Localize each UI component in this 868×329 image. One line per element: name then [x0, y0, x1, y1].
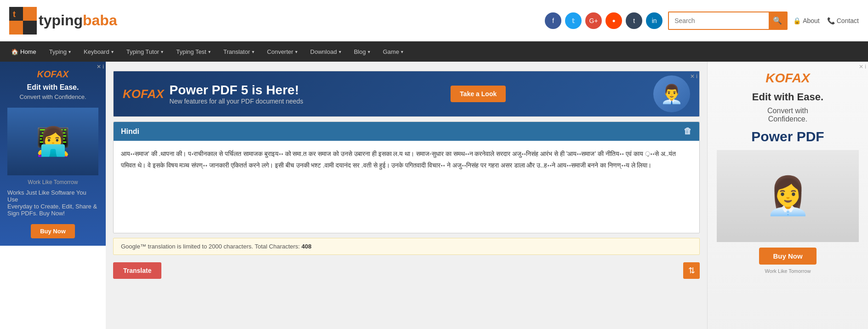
tumblr-icon[interactable]: t	[626, 12, 642, 29]
chevron-down-icon: ▾	[252, 49, 254, 54]
banner-ad: ✕ i KOFAX Power PDF 5 is Here! New featu…	[113, 71, 700, 117]
translator-language-label: Hindi	[121, 127, 139, 136]
chevron-down-icon: ▾	[295, 49, 297, 54]
svg-rect-3	[23, 21, 37, 35]
banner-cta-button[interactable]: Take a Look	[451, 86, 506, 102]
banner-person-image: 👨‍💼	[653, 75, 690, 112]
right-ad-cta-button[interactable]: Buy Now	[759, 248, 816, 265]
logo-icon: t	[9, 7, 37, 35]
logo-text: typingbaba	[39, 12, 117, 29]
about-link[interactable]: 🔒 About	[793, 17, 820, 24]
hindi-text-content: आय॰॰समाज' की .थापना की। प॰राचीनकाल से पर…	[121, 148, 692, 171]
logo-area[interactable]: t typingbaba	[9, 7, 117, 35]
nav-keyboard[interactable]: Keyboard ▾	[77, 41, 120, 62]
search-button[interactable]: 🔍	[769, 12, 787, 29]
translate-button[interactable]: Translate	[113, 262, 161, 279]
swap-button[interactable]: ⇅	[683, 262, 700, 279]
phone-icon: 📞	[827, 17, 835, 24]
translator-body: आय॰॰समाज' की .थापना की। प॰राचीनकाल से पर…	[114, 141, 699, 233]
translate-action: Translate ⇅	[113, 259, 700, 283]
char-count-value: 408	[302, 243, 312, 250]
char-count-bar: Google™ translation is limited to 2000 c…	[113, 238, 700, 255]
top-bar: t typingbaba f 𝕥 G+ ● t in 🔍 🔒 About 📞	[0, 0, 868, 41]
left-ad-brand: KOFAX	[37, 69, 69, 80]
nav-bar: 🏠 Home Typing ▾ Keyboard ▾ Typing Tutor …	[0, 41, 868, 62]
right-ad-person-image: 👩‍💼	[717, 150, 859, 242]
nav-typing[interactable]: Typing ▾	[43, 41, 77, 62]
left-ad-work-tagline: Work Like Tomorrow	[28, 179, 78, 185]
nav-home[interactable]: 🏠 Home	[5, 41, 43, 62]
nav-download[interactable]: Download ▾	[304, 41, 348, 62]
delete-icon[interactable]: 🗑	[684, 127, 692, 136]
home-icon: 🏠	[11, 48, 18, 55]
left-ad-cta-button[interactable]: Buy Now	[31, 224, 75, 238]
svg-rect-2	[9, 21, 23, 35]
nav-game[interactable]: Game ▾	[377, 41, 410, 62]
left-ad-column: ✕ i KOFAX Edit with Ease. Convert with C…	[0, 62, 106, 329]
social-icons: f 𝕥 G+ ● t in	[545, 12, 662, 29]
left-ad-tagline: Edit with Ease.	[27, 83, 79, 92]
banner-text: Power PDF 5 is Here! New features for al…	[170, 83, 303, 105]
right-ad-line1: Edit with Ease.	[752, 91, 823, 103]
chevron-down-icon: ▾	[111, 49, 114, 54]
chevron-down-icon: ▾	[339, 49, 341, 54]
banner-left: KOFAX Power PDF 5 is Here! New features …	[123, 83, 303, 105]
search-area: 🔍	[668, 12, 788, 30]
svg-text:t: t	[13, 10, 16, 19]
chevron-down-icon: ▾	[69, 49, 71, 54]
nav-converter[interactable]: Converter ▾	[261, 41, 304, 62]
left-ad-content: ✕ i KOFAX Edit with Ease. Convert with C…	[0, 62, 106, 246]
banner-brand: KOFAX	[123, 87, 164, 101]
reddit-icon[interactable]: ●	[605, 12, 622, 29]
chevron-down-icon: ▾	[208, 49, 211, 54]
linkedin-icon[interactable]: in	[646, 12, 662, 29]
nav-typing-tutor[interactable]: Typing Tutor ▾	[120, 41, 170, 62]
nav-translator[interactable]: Translator ▾	[217, 41, 261, 62]
top-right: f 𝕥 G+ ● t in 🔍 🔒 About 📞 Contact	[545, 12, 859, 30]
facebook-icon[interactable]: f	[545, 12, 561, 29]
translator-box: Hindi 🗑 आय॰॰समाज' की .थापना की। प॰राचीनक…	[113, 121, 700, 233]
char-count-label: Google™ translation is limited to 2000 c…	[121, 243, 300, 250]
right-ad-column: ✕ i KOFAX Edit with Ease. Convert with C…	[707, 62, 868, 329]
search-input[interactable]	[669, 12, 769, 29]
nav-blog[interactable]: Blog ▾	[348, 41, 377, 62]
right-ad-brand: KOFAX	[765, 71, 810, 86]
left-ad-person-image: 👩‍💻	[7, 108, 98, 175]
lock-icon: 🔒	[793, 17, 801, 24]
svg-rect-0	[9, 7, 23, 21]
right-ad-product: Power PDF	[751, 129, 824, 144]
chevron-down-icon: ▾	[161, 49, 163, 54]
contact-link[interactable]: 📞 Contact	[827, 17, 859, 24]
main-content: ✕ i KOFAX Power PDF 5 is Here! New featu…	[106, 62, 707, 329]
gplus-icon[interactable]: G+	[585, 12, 602, 29]
banner-ad-close-icon[interactable]: ✕ i	[690, 73, 697, 80]
twitter-icon[interactable]: 𝕥	[565, 12, 582, 29]
nav-typing-test[interactable]: Typing Test ▾	[170, 41, 217, 62]
left-ad-close-icon[interactable]: ✕ i	[97, 63, 104, 70]
right-ad-close-icon[interactable]: ✕ i	[859, 63, 866, 70]
chevron-down-icon: ▾	[368, 49, 370, 54]
chevron-down-icon: ▾	[401, 49, 403, 54]
about-contact: 🔒 About 📞 Contact	[793, 17, 859, 24]
left-ad-description: Works Just Like Software You Use Everyda…	[7, 189, 98, 217]
right-ad-line2: Convert with Confidence.	[767, 107, 808, 123]
svg-rect-1	[23, 7, 37, 21]
translator-header: Hindi 🗑	[114, 122, 699, 141]
right-ad-content: ✕ i KOFAX Edit with Ease. Convert with C…	[707, 62, 868, 329]
left-ad-line2: Convert with Confidence.	[19, 93, 86, 100]
content-wrapper: ✕ i KOFAX Edit with Ease. Convert with C…	[0, 62, 868, 329]
right-ad-tagline: Work Like Tomorrow	[765, 268, 811, 274]
